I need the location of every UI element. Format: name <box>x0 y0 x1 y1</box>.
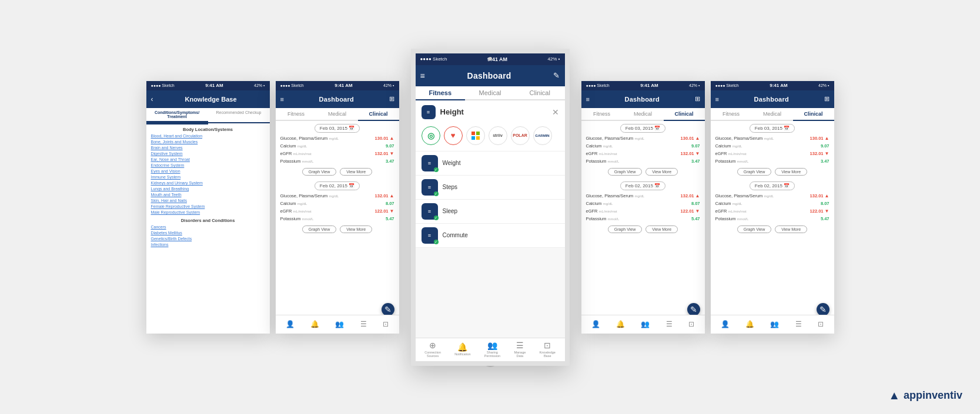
phone5-tabbar-notif[interactable]: 🔔 <box>745 320 754 328</box>
link-digestive[interactable]: Digestive System <box>146 151 270 157</box>
phone3-edit-icon[interactable]: ✎ <box>553 71 560 80</box>
commute-item[interactable]: ≡ ✓ Commute <box>416 224 565 248</box>
section-disorders: Disorders and Conditions <box>146 216 270 224</box>
phone2-graph-view-btn[interactable]: Graph View <box>302 168 336 176</box>
phone5-tabbar-info[interactable]: ⊡ <box>818 320 824 328</box>
phone5-lab2-2: Calcium mg/dL 8.07 <box>711 200 834 207</box>
link-kidneys[interactable]: Kidneys and Urinary System <box>146 180 270 186</box>
phone5-tab-medical[interactable]: Medical <box>752 108 793 121</box>
phone4-graph-btn2[interactable]: Graph View <box>608 225 642 233</box>
phone5-edit-icon[interactable]: ⊞ <box>824 95 830 103</box>
phone5-status-bar: ●●●● Sketch 9:41 AM 42% ▪ <box>711 81 834 90</box>
phone3-tabbar-sharing[interactable]: 👥 SharingPermission <box>484 341 500 358</box>
phone3-menu-icon[interactable]: ≡ <box>420 71 425 80</box>
link-eyes[interactable]: Eyes and Vision <box>146 169 270 174</box>
phone4-fab[interactable]: ✎ <box>687 303 700 316</box>
phone2-tab-fitness[interactable]: Fitness <box>276 108 317 121</box>
phone3-tabbar-kb[interactable]: ⊡ KnowledgeBase <box>540 341 556 358</box>
phone4-tabbar-notif[interactable]: 🔔 <box>616 320 625 328</box>
info-icon5: ⊡ <box>818 320 824 328</box>
phone5-more-btn2[interactable]: View More <box>775 225 807 233</box>
phone2-tabbar-manage[interactable]: ☰ <box>360 320 367 328</box>
link-ear[interactable]: Ear, Nose and Throat <box>146 157 270 163</box>
height-close-btn[interactable]: ✕ <box>552 107 559 117</box>
phone3-tabbar-notif[interactable]: 🔔 Notification <box>454 342 470 356</box>
phone3-tab-medical[interactable]: Medical <box>465 86 515 100</box>
phone4-tabbar-info[interactable]: ⊡ <box>688 320 694 328</box>
phone2-tabbar-groups[interactable]: 👥 <box>335 320 344 328</box>
phone2-tab-medical[interactable]: Medical <box>317 108 358 121</box>
link-bone[interactable]: Bone, Joints and Muscles <box>146 139 270 145</box>
manage-label: ManageData <box>514 351 526 358</box>
phone2-tabbar-notif[interactable]: 🔔 <box>310 320 319 328</box>
phone2-view-more-btn[interactable]: View More <box>340 168 372 176</box>
phone4-tabbar-groups[interactable]: 👥 <box>641 320 650 328</box>
tab-checkup[interactable]: Recommended Checkup <box>208 108 270 122</box>
link-immune[interactable]: Immune System <box>146 174 270 180</box>
link-lungs[interactable]: Lungs and Breathing <box>146 186 270 192</box>
link-infections[interactable]: Infections <box>146 242 270 248</box>
phone4-graph-btn[interactable]: Graph View <box>608 168 642 176</box>
link-female[interactable]: Female Reproductive System <box>146 204 270 210</box>
phone1-nav-title: Knowledge Base <box>157 96 265 103</box>
link-skin[interactable]: Skin, Hair and Nails <box>146 198 270 204</box>
phone5-menu-icon[interactable]: ≡ <box>715 96 719 103</box>
phone5-date2-pill: Feb 02, 2015 📅 <box>750 181 795 190</box>
phone5-navbar: ≡ Dashboard ⊞ <box>711 90 834 108</box>
main-scene: ●●●● Sketch 9:41 AM 42% ▪ ‹ Knowledge Ba… <box>0 0 980 414</box>
phone2-menu-icon[interactable]: ≡ <box>280 96 284 103</box>
back-icon[interactable]: ‹ <box>151 95 153 103</box>
phone2-tabbar-profile[interactable]: 👤 <box>286 320 295 328</box>
phone2-tab-clinical[interactable]: Clinical <box>358 108 399 121</box>
link-mouth[interactable]: Mouth and Teeth <box>146 192 270 198</box>
phone2-tabbar-info[interactable]: ⊡ <box>383 320 389 328</box>
sleep-item[interactable]: ≡ ✓ Sleep <box>416 200 565 224</box>
phone2-graph-view-btn2[interactable]: Graph View <box>302 225 336 233</box>
phone5-graph-btn2[interactable]: Graph View <box>737 225 771 233</box>
link-brain[interactable]: Brain and Nerves <box>146 145 270 151</box>
phone5-tabbar-profile[interactable]: 👤 <box>721 320 730 328</box>
phone4-more-btn[interactable]: View More <box>645 168 678 176</box>
link-genetics[interactable]: Genetics/Birth Defects <box>146 236 270 242</box>
phone5-tabbar-manage[interactable]: ☰ <box>795 320 802 328</box>
service-circle-icon[interactable]: ◎ <box>422 126 440 145</box>
service-garmin-icon[interactable]: GARMIN <box>533 126 552 145</box>
phone5-tabbar-groups[interactable]: 👥 <box>770 320 779 328</box>
phone5-tab-clinical[interactable]: Clinical <box>793 108 834 121</box>
phone4-tab-medical[interactable]: Medical <box>623 108 664 121</box>
phone5-fab[interactable]: ✎ <box>817 303 830 316</box>
phone5-lab2-3: eGFR mL/min/mst 122.01 ▼ <box>711 207 834 215</box>
phone5-graph-btn[interactable]: Graph View <box>737 168 771 176</box>
link-blood[interactable]: Blood, Heart and Circulation <box>146 133 270 139</box>
phone4-tab-clinical[interactable]: Clinical <box>664 108 705 121</box>
link-diabetes[interactable]: Diabetes Mellitus <box>146 230 270 236</box>
phone4-more-btn2[interactable]: View More <box>645 225 678 233</box>
phone5-more-btn[interactable]: View More <box>775 168 807 176</box>
phone5-wrapper: ●●●● Sketch 9:41 AM 42% ▪ ≡ Dashboard ⊞ … <box>711 81 834 334</box>
steps-item[interactable]: ≡ ✓ Steps <box>416 176 565 200</box>
phone3-tabbar-manage[interactable]: ☰ ManageData <box>514 341 526 358</box>
phone4-tabbar-profile[interactable]: 👤 <box>591 320 600 328</box>
tab-conditions[interactable]: Conditions/Symptoms/Treatment <box>146 108 208 122</box>
phone2-fab[interactable]: ✎ <box>382 303 394 316</box>
phone3-tabbar-connections[interactable]: ⊕ ConnectionSources <box>424 341 441 358</box>
phone4-tab-fitness[interactable]: Fitness <box>581 108 623 121</box>
phone4-tabbar-manage[interactable]: ☰ <box>666 320 673 328</box>
service-polar-icon[interactable]: POLAR <box>511 126 530 145</box>
service-striiv-icon[interactable]: striiv <box>489 126 507 145</box>
phone4-edit-icon[interactable]: ⊞ <box>695 95 700 103</box>
phone2-view-more-btn2[interactable]: View More <box>340 225 372 233</box>
service-heart-icon[interactable]: ♥ <box>444 126 463 145</box>
phone4-menu-icon[interactable]: ≡ <box>586 96 590 103</box>
manage-data-icon: ☰ <box>516 341 524 350</box>
phone2-edit-icon[interactable]: ⊞ <box>389 95 394 103</box>
link-cancers[interactable]: Cancers <box>146 224 270 230</box>
link-endocrine[interactable]: Endocrine System <box>146 163 270 169</box>
phone3-tab-fitness[interactable]: Fitness <box>416 86 466 100</box>
link-male[interactable]: Male Reproductive System <box>146 210 270 216</box>
phone3-tab-clinical[interactable]: Clinical <box>515 86 565 100</box>
phone5-tab-fitness[interactable]: Fitness <box>711 108 752 121</box>
weight-item[interactable]: ≡ ✓ Weight <box>416 152 565 176</box>
manage-icon: ☰ <box>360 320 367 328</box>
service-windows-icon[interactable] <box>466 126 485 145</box>
